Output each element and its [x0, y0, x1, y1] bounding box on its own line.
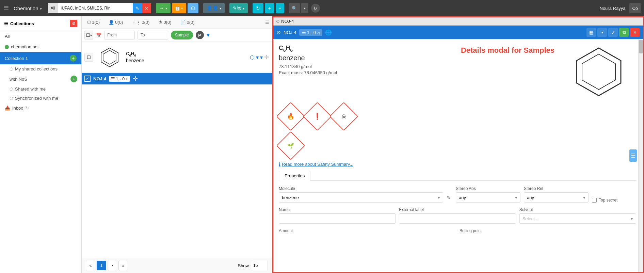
stereo-abs-label: Stereo Abs: [456, 186, 520, 191]
name-input[interactable]: [279, 213, 396, 224]
search-close-button[interactable]: ✕: [142, 3, 151, 13]
export-button[interactable]: ▦ ▾: [172, 3, 186, 13]
sidebar-item-inbox[interactable]: 📥 Inbox ↻: [0, 103, 81, 113]
collection1-add-button[interactable]: +: [70, 55, 77, 62]
hazard-env-icon: 🌱: [276, 131, 305, 160]
safety-link[interactable]: ℹ Read more about Safety Summary...: [279, 162, 636, 167]
detail-tab-label[interactable]: NOJ-4: [281, 19, 294, 24]
expand-button[interactable]: ⤢: [608, 28, 618, 37]
top-secret-checkbox[interactable]: [592, 198, 597, 203]
show-count-input[interactable]: [251, 261, 268, 270]
sync-icon: ⬡: [10, 96, 13, 101]
molecule-row: Molecule benzene ▾ ✎ Stereo Abs: [279, 186, 636, 203]
user-menu[interactable]: Noura Rayya: [600, 6, 626, 11]
calendar-icon: 📅: [96, 33, 101, 38]
first-page-button[interactable]: «: [86, 261, 95, 270]
sort-button[interactable]: ▾: [207, 31, 210, 39]
collections-settings-button[interactable]: ⚙: [70, 20, 77, 27]
solvent-select[interactable]: Select... ▾: [519, 213, 636, 224]
molecule-select[interactable]: benzene ▾: [279, 192, 443, 203]
barcode-button[interactable]: ▦: [586, 28, 596, 37]
mol-counter: ☰ 1 - 0 ◁: [109, 76, 130, 82]
inbox-refresh-icon[interactable]: ↻: [25, 106, 29, 111]
move-handle-icon[interactable]: ✛: [133, 75, 138, 82]
notification-badge[interactable]: 0: [311, 4, 320, 13]
ext-label-input[interactable]: [399, 213, 516, 224]
sync-button[interactable]: ↻: [253, 3, 263, 13]
scroll-indicator-button[interactable]: ☰: [629, 149, 637, 162]
edit-percent-button[interactable]: ✎% ▾: [229, 3, 247, 13]
next-page-button[interactable]: ›: [108, 261, 117, 270]
zoom-dropdown[interactable]: ▾: [301, 3, 308, 13]
page-1-button[interactable]: 1: [97, 261, 106, 270]
solvent-arrow: ▾: [631, 216, 633, 221]
mol-formula: C6H6: [126, 51, 247, 57]
with-nos-add-button[interactable]: +: [70, 76, 77, 82]
date-from-input[interactable]: [104, 31, 135, 39]
mol-chevron-button[interactable]: ▾: [260, 53, 263, 61]
stereo-rel-label: Stereo Rel: [524, 186, 589, 191]
import-button[interactable]: → ▾: [156, 3, 171, 13]
molecule-edit-button[interactable]: ✎: [445, 195, 452, 200]
detail-body: C6H6 benzene 78.111840 g/mol Exact mass:…: [273, 39, 643, 272]
copy-button[interactable]: ⧉: [619, 28, 629, 37]
name-group: Name: [279, 207, 396, 224]
detail-header: ⊙ NOJ-4 ☰ 1 - 0 ◁ 🌐 ▦ ▾ ⤢ ⧉ ✕: [273, 26, 643, 39]
properties-tab-button[interactable]: Properties: [279, 171, 310, 181]
share-button[interactable]: ⬡: [188, 3, 198, 13]
svg-marker-3: [582, 54, 615, 90]
plus-button[interactable]: +: [265, 3, 274, 13]
date-to-input[interactable]: [138, 31, 168, 39]
hazard-health-wrap: ☠: [332, 105, 356, 128]
sidebar-item-my-shared[interactable]: ⬡ My shared collections: [0, 64, 81, 74]
sidebar-item-with-nos[interactable]: with NoS +: [0, 74, 81, 84]
user-icon-button[interactable]: Co: [629, 3, 641, 13]
stereo-abs-select[interactable]: any ▾: [456, 192, 520, 203]
search-pencil-button[interactable]: ✎: [133, 3, 142, 13]
tab-screens[interactable]: ⚗ 0(0): [156, 18, 174, 26]
ring-icon: ⬡: [87, 20, 91, 25]
hamburger-icon[interactable]: ☰: [3, 4, 9, 12]
sync-dropdown[interactable]: ▾: [276, 3, 284, 13]
flask-icon: ⚗: [158, 20, 162, 25]
element-tabs: ⬡ 1(0) 👤 0(0) ⋮⋮ 0(0) ⚗ 0(0) 📄 0(0) ☰: [82, 16, 272, 29]
detail-name: benzene: [279, 54, 447, 62]
sidebar-item-chemotion[interactable]: chemotion.net: [0, 42, 81, 52]
tab-research-plans[interactable]: 📄 0(0): [178, 18, 197, 26]
detail-action-buttons: ▦ ▾ ⤢ ⧉ ✕: [586, 28, 640, 37]
tab-wellplates[interactable]: ⋮⋮ 0(0): [129, 18, 152, 26]
zoom-button[interactable]: 🔍: [289, 3, 300, 13]
tab-rings[interactable]: ⬡ 1(0): [84, 18, 102, 26]
action-buttons: → ▾ ▦ ▾ ⬡: [156, 3, 198, 13]
mol-checkbox[interactable]: ☐: [84, 53, 93, 62]
sidebar-item-shared-with-me[interactable]: ⬡ Shared with me: [0, 84, 81, 94]
sample-toggle-button[interactable]: Sample: [171, 31, 193, 39]
select-all-checkbox[interactable]: ☐ ▾: [84, 31, 93, 39]
pagination-buttons: « 1 › »: [86, 261, 128, 270]
search-type-button[interactable]: All: [48, 3, 58, 13]
p-badge[interactable]: P: [196, 31, 204, 39]
detail-tab-icon: ⊙: [276, 19, 280, 24]
close-detail-button[interactable]: ✕: [630, 28, 640, 37]
mol-tag-button[interactable]: ⬡ ▾: [250, 53, 259, 61]
sidebar-item-all[interactable]: All: [0, 31, 81, 42]
search-input[interactable]: [58, 3, 133, 13]
stereo-rel-select[interactable]: any ▾: [524, 192, 589, 203]
sidebar-item-collection1[interactable]: Collection 1 +: [0, 52, 81, 64]
ext-label-group: External label: [399, 207, 516, 224]
svg-marker-1: [103, 50, 116, 64]
last-page-button[interactable]: »: [118, 261, 128, 270]
tabs-settings-button[interactable]: ☰: [265, 20, 269, 25]
scrollbar-thumb[interactable]: [639, 40, 643, 53]
selected-molecule-row[interactable]: ✓ NOJ-4 ☰ 1 - 0 ◁ ✛: [82, 73, 272, 85]
amount-bp-row: Amount Boiling point: [279, 228, 636, 235]
user-manage-button[interactable]: 👤👤 ▾: [203, 3, 225, 13]
molecule-field-group: Molecule benzene ▾ ✎: [279, 186, 452, 203]
barcode-dropdown[interactable]: ▾: [597, 28, 607, 37]
tab-reactions[interactable]: 👤 0(0): [106, 18, 126, 26]
selected-checkbox[interactable]: ✓: [84, 76, 91, 82]
hazard-health-icon: ☠: [329, 102, 358, 131]
sidebar-item-synchronized[interactable]: ⬡ Synchronized with me: [0, 94, 81, 103]
molecule-benzene[interactable]: ☐ C6H6 benzene ⬡ ▾ ▾ ✛: [82, 42, 272, 73]
hazard-icons-row2: 🌱: [279, 134, 636, 158]
